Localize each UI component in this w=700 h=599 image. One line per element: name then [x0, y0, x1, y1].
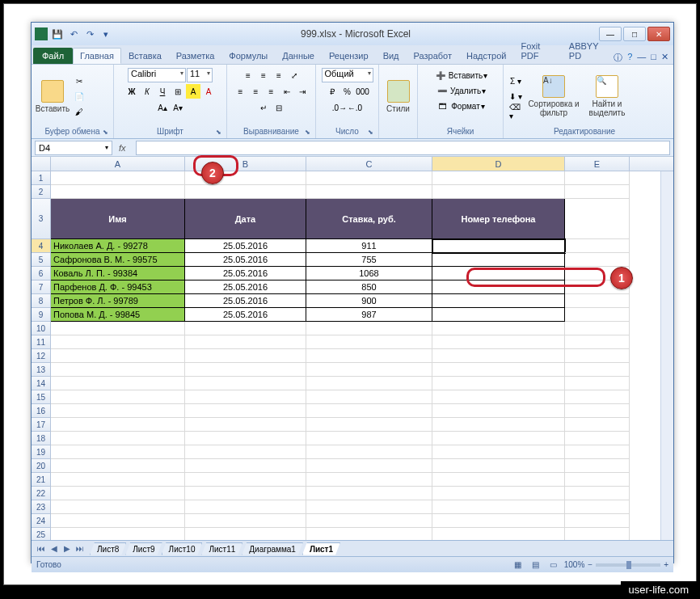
cell-E11[interactable] [565, 335, 630, 349]
cell-B7[interactable]: 25.05.2016 [185, 281, 306, 294]
sheet-tab[interactable]: Лист8 [90, 542, 126, 555]
cell-D16[interactable] [432, 404, 565, 418]
tab-layout[interactable]: Разметка [169, 48, 222, 64]
row-header[interactable]: 12 [32, 349, 51, 363]
save-icon[interactable]: 💾 [51, 27, 64, 40]
align-top-icon[interactable]: ≡ [241, 68, 255, 82]
cell-A8[interactable]: Петров Ф. Л. - 99789 [51, 294, 185, 308]
row-header[interactable]: 9 [32, 308, 51, 322]
cell-B24[interactable] [185, 514, 306, 528]
zoom-slider[interactable] [596, 563, 660, 567]
align-bot-icon[interactable]: ≡ [272, 68, 286, 82]
tab-foxit[interactable]: Foxit PDF [513, 38, 561, 64]
cell-D5[interactable] [432, 253, 565, 267]
cell-D15[interactable] [432, 390, 565, 404]
cell-D22[interactable] [432, 487, 565, 500]
row-header[interactable]: 23 [32, 500, 51, 514]
cell-A17[interactable] [51, 418, 185, 432]
cell-A5[interactable]: Сафронова В. М. - 99575 [51, 253, 185, 267]
cell-A18[interactable] [51, 432, 185, 445]
cells-delete-button[interactable]: ➖Удалить ▾ [435, 83, 486, 98]
cell-D8[interactable] [432, 294, 565, 308]
cell-D2[interactable] [432, 185, 565, 199]
autosum-icon[interactable]: Σ ▾ [508, 74, 523, 88]
cell-C4[interactable]: 911 [306, 239, 432, 253]
cell-A20[interactable] [51, 459, 185, 473]
cell-E17[interactable] [565, 418, 630, 432]
zoom-out-button[interactable]: − [588, 560, 592, 569]
cell-D23[interactable] [432, 500, 565, 514]
select-all-corner[interactable] [32, 157, 51, 171]
col-header-e[interactable]: E [565, 157, 630, 171]
cell-C19[interactable] [306, 445, 432, 459]
cell-A4[interactable]: Николаев А. Д. - 99278 [51, 239, 185, 253]
tab-insert[interactable]: Вставка [121, 48, 169, 64]
row-header[interactable]: 15 [32, 390, 51, 404]
cell-D12[interactable] [432, 349, 565, 363]
cell-A15[interactable] [51, 390, 185, 404]
cell-A3[interactable]: Имя [51, 199, 185, 239]
cell-D3[interactable]: Номер телефона [432, 199, 565, 239]
cell-C9[interactable]: 987 [306, 308, 432, 322]
cell-A24[interactable] [51, 514, 185, 528]
cell-C5[interactable]: 755 [306, 253, 432, 267]
cell-E13[interactable] [565, 363, 630, 377]
col-header-d[interactable]: D [432, 157, 565, 171]
font-size-combo[interactable]: 11 [187, 68, 213, 82]
find-select-button[interactable]: 🔍Найти и выделить [583, 70, 631, 123]
cell-E18[interactable] [565, 432, 630, 445]
col-header-a[interactable]: A [51, 157, 185, 171]
wrap-text-icon[interactable]: ↵ [256, 100, 271, 115]
cell-D1[interactable] [432, 171, 565, 185]
row-header[interactable]: 13 [32, 363, 51, 377]
cell-B16[interactable] [185, 404, 306, 418]
row-header[interactable]: 2 [32, 185, 51, 199]
cell-A23[interactable] [51, 500, 185, 514]
cell-B23[interactable] [185, 500, 306, 514]
vertical-scrollbar[interactable] [660, 171, 673, 540]
cell-E24[interactable] [565, 514, 630, 528]
cell-D17[interactable] [432, 418, 565, 432]
cell-A16[interactable] [51, 404, 185, 418]
cell-A14[interactable] [51, 377, 185, 390]
cell-A7[interactable]: Парфенов Д. Ф. - 99453 [51, 281, 185, 294]
view-normal-icon[interactable]: ▦ [511, 558, 525, 572]
cell-E1[interactable] [565, 171, 630, 185]
cell-D11[interactable] [432, 335, 565, 349]
row-header[interactable]: 21 [32, 473, 51, 487]
row-header[interactable]: 19 [32, 445, 51, 459]
paste-button[interactable]: Вставить [35, 70, 70, 123]
cell-C12[interactable] [306, 349, 432, 363]
tab-file[interactable]: Файл [33, 48, 73, 64]
cell-C11[interactable] [306, 335, 432, 349]
cell-D20[interactable] [432, 459, 565, 473]
align-left-icon[interactable]: ≡ [234, 84, 248, 99]
cell-D19[interactable] [432, 445, 565, 459]
cell-B15[interactable] [185, 390, 306, 404]
redo-icon[interactable]: ↷ [83, 27, 96, 40]
cell-B22[interactable] [185, 487, 306, 500]
view-break-icon[interactable]: ▭ [546, 558, 561, 572]
cell-E15[interactable] [565, 390, 630, 404]
cell-D13[interactable] [432, 363, 565, 377]
cell-B2[interactable] [185, 185, 306, 199]
cell-C15[interactable] [306, 390, 432, 404]
cell-E22[interactable] [565, 487, 630, 500]
row-header[interactable]: 4 [32, 239, 51, 253]
indent-dec-icon[interactable]: ⇤ [280, 84, 294, 99]
number-format-combo[interactable]: Общий [322, 68, 373, 82]
tab-abbyy[interactable]: ABBYY PD [562, 38, 614, 64]
cell-A6[interactable]: Коваль Л. П. - 99384 [51, 267, 185, 281]
cell-D14[interactable] [432, 377, 565, 390]
cell-B10[interactable] [185, 322, 306, 335]
minimize-ribbon-icon[interactable]: ⓘ [614, 52, 622, 64]
row-header[interactable]: 24 [32, 514, 51, 528]
cell-A21[interactable] [51, 473, 185, 487]
name-box[interactable]: D4▾ [35, 141, 112, 155]
undo-icon[interactable]: ↶ [67, 27, 80, 40]
bold-button[interactable]: Ж [124, 84, 139, 99]
row-header[interactable]: 17 [32, 418, 51, 432]
shrink-font-icon[interactable]: A▾ [171, 100, 185, 115]
cell-E25[interactable] [565, 528, 630, 540]
formula-bar[interactable] [136, 141, 670, 155]
